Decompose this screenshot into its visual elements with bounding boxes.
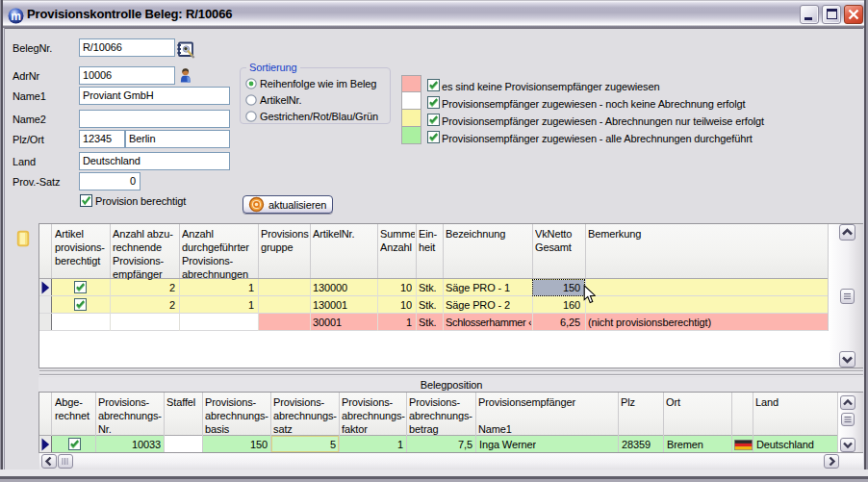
svg-text:m: m [11,10,21,23]
